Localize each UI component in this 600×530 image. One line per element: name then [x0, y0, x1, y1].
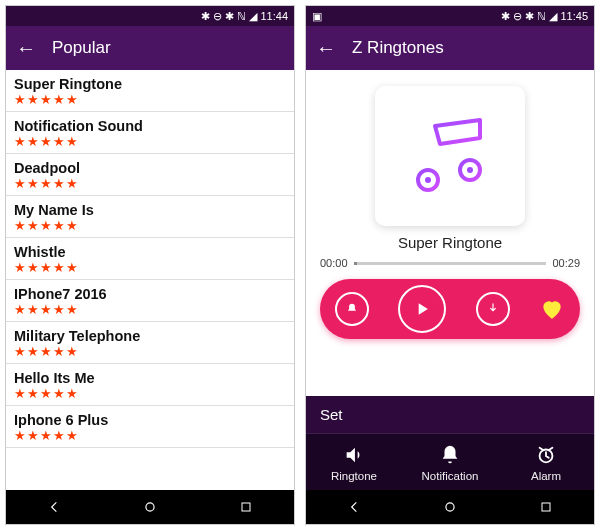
nav-home-icon[interactable]: [430, 497, 470, 517]
status-notification-icon: ▣: [312, 10, 322, 23]
list-item[interactable]: Whistle★★★★★: [6, 238, 294, 280]
favorite-button[interactable]: [539, 296, 565, 322]
time-current: 00:00: [320, 257, 348, 269]
svg-rect-8: [542, 503, 550, 511]
status-time: 11:44: [260, 10, 288, 22]
list-item[interactable]: Super Ringtone★★★★★: [6, 70, 294, 112]
svg-rect-1: [242, 503, 250, 511]
rating-stars-icon: ★★★★★: [14, 428, 286, 443]
alarm-icon: [535, 444, 557, 466]
list-item[interactable]: Iphone 6 Plus★★★★★: [6, 406, 294, 448]
nav-recents-icon[interactable]: [526, 497, 566, 517]
svg-point-4: [425, 177, 431, 183]
progress-fill: [354, 262, 358, 265]
rating-stars-icon: ★★★★★: [14, 92, 286, 107]
download-icon: [486, 302, 500, 316]
list-item-name: Notification Sound: [14, 118, 286, 134]
svg-point-5: [467, 167, 473, 173]
nav-back-icon[interactable]: [334, 497, 374, 517]
ringtone-list: Super Ringtone★★★★★ Notification Sound★★…: [6, 70, 294, 490]
back-arrow-icon[interactable]: ←: [316, 37, 336, 60]
status-time: 11:45: [560, 10, 588, 22]
play-button[interactable]: [398, 285, 446, 333]
android-nav-bar: [306, 490, 594, 524]
option-label: Notification: [422, 470, 479, 482]
status-icons: ✱ ⊖ ✱ ℕ ◢: [201, 10, 257, 23]
set-header: Set: [306, 396, 594, 434]
status-bar: ▣ ✱ ⊖ ✱ ℕ ◢ 11:45: [306, 6, 594, 26]
progress-row: 00:00 00:29: [320, 257, 580, 269]
screen-player: ▣ ✱ ⊖ ✱ ℕ ◢ 11:45 ← Z Ringtones Super Ri…: [305, 5, 595, 525]
nav-back-icon[interactable]: [34, 497, 74, 517]
player-controls: [320, 279, 580, 339]
rating-stars-icon: ★★★★★: [14, 176, 286, 191]
app-bar: ← Popular: [6, 26, 294, 70]
list-item-name: Super Ringtone: [14, 76, 286, 92]
svg-point-0: [146, 503, 154, 511]
list-item-name: IPhone7 2016: [14, 286, 286, 302]
play-icon: [412, 299, 432, 319]
list-item[interactable]: My Name Is★★★★★: [6, 196, 294, 238]
bell-small-icon: [345, 302, 359, 316]
download-button[interactable]: [476, 292, 510, 326]
bell-icon: [439, 444, 461, 466]
status-bar: ✱ ⊖ ✱ ℕ ◢ 11:44: [6, 6, 294, 26]
time-total: 00:29: [552, 257, 580, 269]
list-item[interactable]: Military Telephone★★★★★: [6, 322, 294, 364]
status-icons: ✱ ⊖ ✱ ℕ ◢: [501, 10, 557, 23]
set-as-ringtone[interactable]: Ringtone: [306, 434, 402, 490]
progress-bar[interactable]: [354, 262, 547, 265]
rating-stars-icon: ★★★★★: [14, 134, 286, 149]
back-arrow-icon[interactable]: ←: [16, 37, 36, 60]
android-nav-bar: [6, 490, 294, 524]
option-label: Ringtone: [331, 470, 377, 482]
appbar-title: Z Ringtones: [352, 38, 444, 58]
set-options: Ringtone Notification Alarm: [306, 434, 594, 490]
track-title: Super Ringtone: [398, 234, 502, 251]
nav-recents-icon[interactable]: [226, 497, 266, 517]
list-item-name: Military Telephone: [14, 328, 286, 344]
list-item-name: Iphone 6 Plus: [14, 412, 286, 428]
screen-popular-list: ✱ ⊖ ✱ ℕ ◢ 11:44 ← Popular Super Ringtone…: [5, 5, 295, 525]
volume-icon: [343, 444, 365, 466]
heart-icon: [539, 296, 565, 322]
rating-stars-icon: ★★★★★: [14, 260, 286, 275]
rating-stars-icon: ★★★★★: [14, 218, 286, 233]
music-note-icon: [400, 106, 500, 206]
player-area: Super Ringtone 00:00 00:29: [306, 70, 594, 396]
list-item-name: My Name Is: [14, 202, 286, 218]
rating-stars-icon: ★★★★★: [14, 386, 286, 401]
set-as-alarm[interactable]: Alarm: [498, 434, 594, 490]
svg-point-7: [446, 503, 454, 511]
set-ringtone-button[interactable]: [335, 292, 369, 326]
nav-home-icon[interactable]: [130, 497, 170, 517]
album-art: [375, 86, 525, 226]
option-label: Alarm: [531, 470, 561, 482]
list-item-name: Hello Its Me: [14, 370, 286, 386]
list-item[interactable]: Deadpool★★★★★: [6, 154, 294, 196]
list-item[interactable]: Hello Its Me★★★★★: [6, 364, 294, 406]
list-item[interactable]: IPhone7 2016★★★★★: [6, 280, 294, 322]
list-item-name: Deadpool: [14, 160, 286, 176]
rating-stars-icon: ★★★★★: [14, 344, 286, 359]
app-bar: ← Z Ringtones: [306, 26, 594, 70]
set-as-notification[interactable]: Notification: [402, 434, 498, 490]
list-item-name: Whistle: [14, 244, 286, 260]
set-section: Set Ringtone Notification Alarm: [306, 396, 594, 490]
rating-stars-icon: ★★★★★: [14, 302, 286, 317]
list-item[interactable]: Notification Sound★★★★★: [6, 112, 294, 154]
appbar-title: Popular: [52, 38, 111, 58]
